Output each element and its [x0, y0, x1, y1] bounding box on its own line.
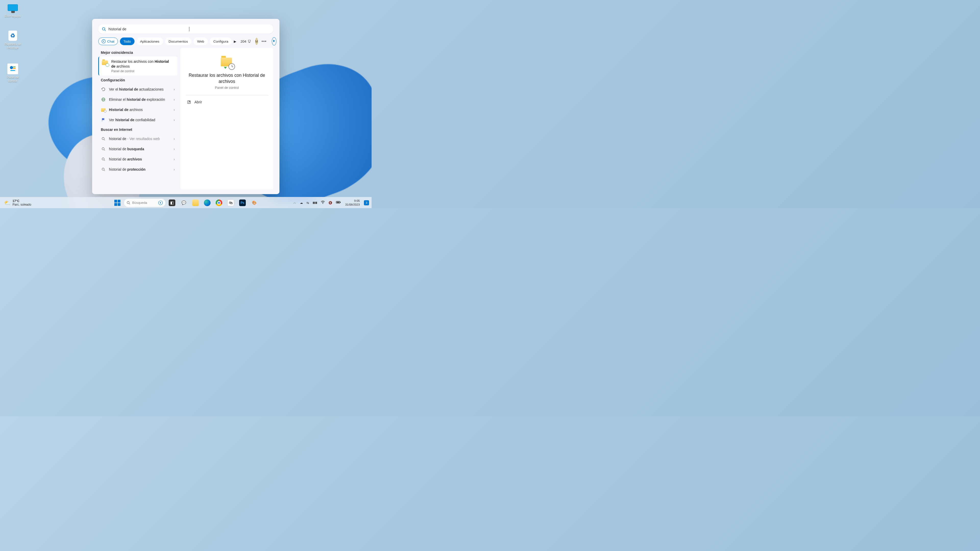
preview-subtitle: Panel de control: [215, 86, 239, 89]
svg-line-20: [129, 203, 130, 204]
taskbar-paint[interactable]: 🎨: [249, 198, 259, 208]
task-view-icon: ◧: [169, 200, 175, 206]
bing-icon: [158, 200, 163, 205]
svg-line-13: [104, 149, 105, 151]
folder-icon: [192, 200, 199, 206]
taskbar-file-explorer[interactable]: [190, 198, 200, 208]
bing-chat-button[interactable]: [272, 37, 277, 45]
desktop-icon-label: Este equipo: [3, 14, 23, 18]
svg-line-11: [104, 139, 105, 140]
desktop-icon-control-panel[interactable]: Panel de control: [3, 63, 23, 83]
result-update-history[interactable]: Ver el historial de actualizaciones ›: [98, 84, 177, 94]
best-match-title: Restaurar los archivos con Historial de …: [111, 59, 174, 69]
preview-open-action[interactable]: Abrir: [186, 98, 268, 106]
taskbar-photoshop[interactable]: Ps: [237, 198, 248, 208]
weather-icon: ⛅: [4, 200, 11, 206]
result-reliability-history[interactable]: Ver historial de confiabilidad ›: [98, 115, 177, 125]
chevron-right-icon: ›: [173, 87, 175, 91]
svg-point-22: [323, 203, 323, 204]
taskbar-microsoft-store[interactable]: 🛍: [226, 198, 236, 208]
search-input-text: historial de: [108, 27, 189, 31]
recycle-bin-icon: ♻: [7, 30, 18, 41]
taskbar-edge[interactable]: [202, 198, 212, 208]
svg-point-16: [102, 168, 104, 170]
globe-icon: [101, 97, 106, 102]
web-result-busqueda[interactable]: historial de busqueda ›: [98, 144, 177, 154]
monitor-icon: [7, 2, 18, 13]
taskbar-chrome[interactable]: [214, 198, 224, 208]
analytics-icon[interactable]: ▮▮▮: [313, 201, 317, 204]
desktop-icon-this-pc[interactable]: Este equipo: [3, 2, 23, 18]
filter-settings[interactable]: Configura: [210, 38, 232, 45]
flag-icon: [101, 118, 106, 122]
volume-icon[interactable]: 🔇: [328, 201, 332, 205]
web-result-proteccion[interactable]: historial de protección ›: [98, 164, 177, 175]
chevron-right-icon: ›: [173, 97, 175, 102]
file-history-large-icon: [220, 55, 234, 69]
chat-icon: 💬: [180, 200, 187, 206]
search-icon: [101, 157, 106, 162]
bing-icon: [272, 39, 276, 43]
battery-icon[interactable]: [336, 201, 341, 205]
rewards-badge[interactable]: 204: [240, 40, 251, 43]
edge-icon: [204, 200, 210, 206]
svg-point-0: [10, 66, 13, 69]
paint-icon: 🎨: [251, 200, 258, 206]
more-options-button[interactable]: •••: [260, 39, 268, 44]
file-history-icon: [102, 59, 109, 66]
network-sync-icon[interactable]: ⇆: [307, 201, 309, 205]
notification-badge[interactable]: 3: [364, 200, 369, 205]
filter-all[interactable]: Todo: [120, 38, 135, 45]
filter-overflow-button[interactable]: ▶: [234, 40, 236, 43]
chevron-right-icon: ›: [173, 157, 175, 161]
desktop-icon-label: Papelera de reciclaje: [3, 42, 23, 49]
result-file-history[interactable]: Historial de archivos ›: [98, 105, 177, 115]
search-icon: [101, 136, 106, 141]
user-avatar[interactable]: M: [255, 38, 258, 45]
desktop-icon-recycle-bin[interactable]: ♻ Papelera de reciclaje: [3, 30, 23, 49]
desktop-icon-label: Panel de control: [3, 76, 23, 83]
wifi-icon[interactable]: [321, 200, 325, 205]
taskbar-weather[interactable]: ⛅ 17°C Parc. soleado: [0, 199, 35, 206]
taskbar-clock[interactable]: 9:05 31/08/2023: [345, 199, 360, 206]
filter-apps[interactable]: Aplicaciones: [137, 38, 163, 45]
preview-pane: Restaurar los archivos con Historial de …: [180, 48, 273, 189]
svg-point-19: [127, 201, 129, 203]
best-match-subtitle: Panel de control: [111, 69, 174, 73]
taskbar-search[interactable]: Búsqueda: [124, 199, 165, 207]
svg-rect-3: [11, 70, 15, 71]
taskbar-chat[interactable]: 💬: [179, 198, 189, 208]
bing-chat-icon: [102, 39, 106, 43]
svg-point-4: [102, 27, 105, 30]
filter-web[interactable]: Web: [193, 38, 208, 45]
svg-line-5: [105, 30, 106, 31]
svg-rect-25: [340, 202, 341, 203]
open-external-icon: [187, 100, 191, 104]
svg-rect-2: [13, 68, 16, 69]
svg-rect-1: [13, 67, 16, 67]
start-button[interactable]: [112, 198, 123, 208]
web-result-archivos[interactable]: historial de archivos ›: [98, 154, 177, 164]
section-header-web: Buscar en Internet: [101, 127, 177, 132]
windows-logo-icon: [115, 200, 121, 206]
chevron-right-icon: ›: [173, 108, 175, 112]
filter-documents[interactable]: Documentos: [165, 38, 192, 45]
svg-point-12: [102, 148, 104, 150]
text-cursor: [189, 27, 189, 32]
results-list: Mejor coincidencia Restaurar los archivo…: [98, 48, 177, 189]
taskbar: ⛅ 17°C Parc. soleado Búsqueda ◧ 💬 🛍 Ps 🎨…: [0, 197, 372, 208]
tray-overflow-button[interactable]: ︿: [293, 200, 296, 205]
chevron-right-icon: ›: [173, 118, 175, 122]
taskbar-task-view[interactable]: ◧: [167, 198, 177, 208]
divider: [186, 95, 268, 95]
search-icon: [101, 146, 106, 151]
preview-title: Restaurar los archivos con Historial de …: [186, 73, 268, 84]
filter-chat[interactable]: Chat: [98, 38, 118, 45]
section-header-best-match: Mejor coincidencia: [101, 51, 177, 55]
result-clear-browsing-history[interactable]: Eliminar el historial de exploración ›: [98, 94, 177, 105]
web-result-generic[interactable]: historial de - Ver resultados web ›: [98, 134, 177, 144]
best-match-result[interactable]: Restaurar los archivos con Historial de …: [98, 57, 177, 76]
refresh-icon: [101, 87, 106, 92]
onedrive-icon[interactable]: ☁: [300, 201, 303, 205]
search-bar[interactable]: historial de: [98, 24, 273, 34]
